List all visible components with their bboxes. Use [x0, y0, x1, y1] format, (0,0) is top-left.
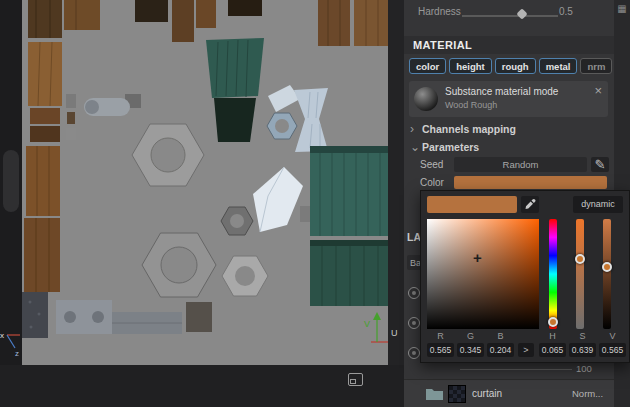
hue-slider[interactable]: [549, 219, 557, 329]
channels-mapping-label: Channels mapping: [422, 123, 516, 135]
h-label: H: [539, 331, 566, 341]
layer-thumbnail[interactable]: [448, 385, 466, 403]
material-mode-name: Wood Rough: [445, 100, 497, 110]
r-value-field[interactable]: 0.565: [427, 343, 454, 357]
hardness-value: 0.5: [559, 6, 573, 17]
seed-random-button[interactable]: Random: [454, 157, 587, 172]
saturation-slider-handle[interactable]: [575, 254, 585, 264]
layer-toggle-1[interactable]: [408, 287, 420, 299]
uv-texture-atlas: V: [22, 0, 388, 365]
axis-v-label: V: [364, 319, 370, 329]
uv-viewport[interactable]: V: [22, 0, 388, 365]
material-title: MATERIAL: [413, 39, 472, 51]
opacity-slider[interactable]: [460, 369, 572, 370]
left-toolbar: x z: [0, 0, 22, 407]
color-swatch[interactable]: [454, 176, 607, 189]
channel-metal-button[interactable]: metal: [539, 58, 578, 74]
viewport-divider: U: [388, 0, 404, 365]
axis-gizmo: x z: [0, 326, 22, 358]
layer-row-curtain[interactable]: curtain Norm...: [404, 379, 614, 407]
layer-toggle-2[interactable]: [408, 317, 420, 329]
axis-x-label: x: [0, 331, 4, 340]
toolbar-handle[interactable]: [3, 150, 19, 212]
folder-icon[interactable]: [426, 387, 443, 400]
grid-icon[interactable]: ▦: [614, 0, 630, 18]
material-sphere-thumbnail: [414, 87, 438, 111]
parameters-label: Parameters: [422, 141, 479, 153]
h-value-field[interactable]: 0.065: [539, 343, 566, 357]
b-value-field[interactable]: 0.204: [487, 343, 514, 357]
g-label: G: [457, 331, 484, 341]
close-icon[interactable]: ×: [594, 83, 602, 98]
channel-buttons: color height rough metal nrm: [409, 58, 608, 74]
float-panel-icon[interactable]: [348, 373, 363, 386]
r-label: R: [427, 331, 454, 341]
sv-crosshair[interactable]: +: [473, 249, 482, 266]
saturation-value-field[interactable]: [427, 219, 539, 329]
hardness-label: Hardness: [418, 6, 461, 17]
parameters-section[interactable]: ⌄ Parameters: [410, 140, 479, 154]
material-mode-title: Substance material mode: [445, 86, 558, 97]
v-value-field[interactable]: 0.565: [599, 343, 626, 357]
s-label: S: [569, 331, 596, 341]
material-section-header: MATERIAL: [404, 36, 614, 54]
value-slider[interactable]: [603, 219, 611, 329]
layer-toggle-3[interactable]: [408, 347, 420, 359]
channel-color-button[interactable]: color: [409, 58, 446, 74]
saturation-slider[interactable]: [576, 219, 584, 329]
color-preview-swatch[interactable]: [427, 196, 517, 213]
channel-rough-button[interactable]: rough: [495, 58, 536, 74]
chevron-down-icon: ⌄: [410, 140, 418, 154]
color-picker-popup: dynamic + R G B H S V 0.565 0.345 0.204 …: [420, 190, 630, 363]
dynamic-button[interactable]: dynamic: [573, 196, 623, 213]
s-value-field[interactable]: 0.639: [569, 343, 596, 357]
expand-values-button[interactable]: >: [518, 343, 534, 357]
hardness-slider-handle[interactable]: [516, 8, 527, 19]
channel-nrm-button[interactable]: nrm: [580, 58, 612, 74]
hue-slider-handle[interactable]: [548, 317, 558, 327]
axis-z-label: z: [15, 349, 19, 358]
bottom-bar: [0, 365, 404, 407]
eyedropper-icon[interactable]: [521, 196, 539, 213]
hardness-slider[interactable]: [462, 15, 558, 17]
g-value-field[interactable]: 0.345: [457, 343, 484, 357]
value-slider-handle[interactable]: [602, 262, 612, 272]
layer-name: curtain: [472, 388, 502, 399]
v-label: V: [599, 331, 626, 341]
opacity-value: 100: [576, 363, 592, 374]
b-label: B: [487, 331, 514, 341]
color-label: Color: [420, 177, 444, 188]
seed-label: Seed: [420, 159, 443, 170]
app-window: x z: [0, 0, 630, 407]
material-mode-card[interactable]: Substance material mode Wood Rough ×: [409, 81, 608, 117]
channel-height-button[interactable]: height: [449, 58, 492, 74]
axis-u-label: U: [391, 328, 398, 338]
blend-mode-dropdown[interactable]: Norm...: [572, 388, 603, 399]
pencil-icon[interactable]: ✎: [591, 157, 609, 172]
channels-mapping-section[interactable]: › Channels mapping: [410, 122, 516, 136]
chevron-right-icon: ›: [410, 122, 418, 136]
